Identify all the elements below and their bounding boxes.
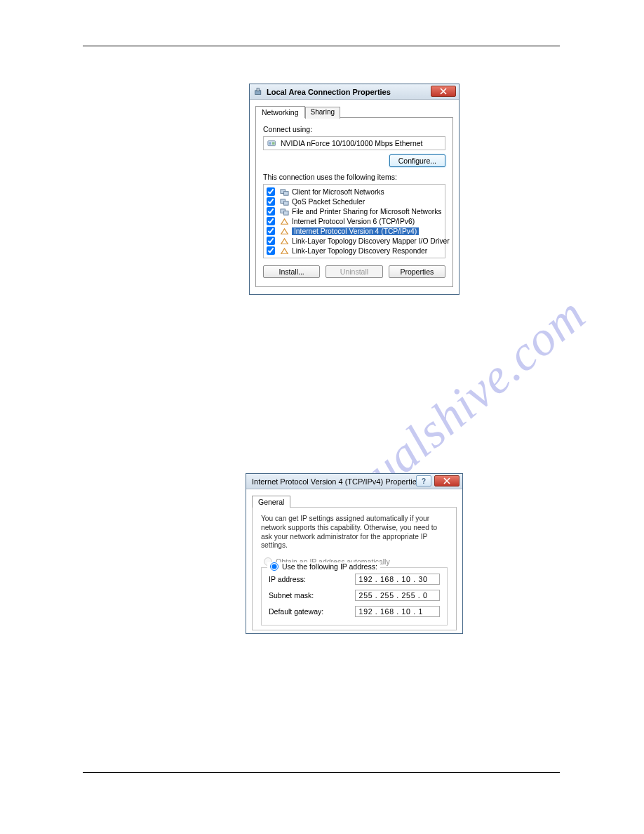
default-gateway-input[interactable]: 192 . 168 . 10 . 1 bbox=[355, 606, 440, 617]
description-text: You can get IP settings assigned automat… bbox=[261, 515, 448, 550]
page-rule-bottom bbox=[83, 772, 560, 773]
svg-rect-6 bbox=[284, 191, 288, 195]
item-label: Internet Protocol Version 4 (TCP/IPv4) bbox=[292, 227, 419, 235]
tab-sharing[interactable]: Sharing bbox=[305, 107, 340, 119]
dialog-body: Networking Sharing Connect using: NVIDIA… bbox=[250, 100, 459, 294]
document-page: manualshive.com Local Area Connection Pr… bbox=[0, 0, 644, 834]
ip-address-input[interactable]: 192 . 168 . 10 . 30 bbox=[355, 574, 440, 585]
adapter-name: NVIDIA nForce 10/100/1000 Mbps Ethernet bbox=[281, 139, 423, 147]
ipv4-properties-dialog: Internet Protocol Version 4 (TCP/IPv4) P… bbox=[246, 473, 463, 634]
svg-rect-4 bbox=[272, 142, 275, 145]
tabs: Networking Sharing bbox=[255, 105, 453, 117]
item-label: Link-Layer Topology Discovery Mapper I/O… bbox=[292, 237, 450, 245]
service-icon bbox=[280, 198, 289, 206]
configure-button[interactable]: Configure... bbox=[389, 154, 445, 167]
close-button[interactable] bbox=[434, 475, 459, 486]
item-label: QoS Packet Scheduler bbox=[292, 198, 365, 206]
tab-panel: You can get IP settings assigned automat… bbox=[252, 507, 457, 630]
subnet-mask-label: Subnet mask: bbox=[269, 591, 355, 600]
items-label: This connection uses the following items… bbox=[263, 173, 445, 181]
list-item[interactable]: Internet Protocol Version 6 (TCP/IPv6) bbox=[264, 216, 445, 226]
dialog-title: Internet Protocol Version 4 (TCP/IPv4) P… bbox=[252, 477, 420, 486]
item-label: Internet Protocol Version 6 (TCP/IPv6) bbox=[292, 218, 415, 225]
protocol-icon bbox=[280, 227, 289, 235]
item-label: File and Printer Sharing for Microsoft N… bbox=[292, 208, 441, 216]
svg-rect-8 bbox=[284, 201, 288, 205]
list-item[interactable]: Link-Layer Topology Discovery Responder bbox=[264, 246, 445, 256]
subnet-mask-input[interactable]: 255 . 255 . 255 . 0 bbox=[355, 590, 440, 601]
help-button[interactable]: ? bbox=[416, 475, 431, 486]
tab-general[interactable]: General bbox=[252, 496, 290, 508]
dialog-titlebar: Local Area Connection Properties bbox=[250, 84, 459, 100]
list-item[interactable]: File and Printer Sharing for Microsoft N… bbox=[264, 206, 445, 216]
dialog-title: Local Area Connection Properties bbox=[267, 88, 391, 96]
manual-ip-fieldset: Use the following IP address: IP address… bbox=[261, 567, 448, 626]
configure-row: Configure... bbox=[263, 154, 445, 167]
svg-rect-3 bbox=[269, 142, 271, 145]
list-item[interactable]: Internet Protocol Version 4 (TCP/IPv4) bbox=[264, 226, 445, 236]
tab-networking[interactable]: Networking bbox=[255, 106, 305, 118]
service-icon bbox=[280, 208, 289, 216]
connect-using-label: Connect using: bbox=[263, 125, 445, 133]
item-checkbox[interactable] bbox=[267, 197, 275, 206]
svg-rect-10 bbox=[284, 211, 288, 215]
subnet-mask-row: Subnet mask: 255 . 255 . 255 . 0 bbox=[269, 590, 440, 601]
network-adapter-icon bbox=[254, 87, 263, 96]
list-item[interactable]: QoS Packet Scheduler bbox=[264, 197, 445, 206]
connection-items-list[interactable]: Client for Microsoft Networks QoS Packet… bbox=[263, 184, 445, 258]
uninstall-button[interactable]: Uninstall bbox=[326, 265, 382, 278]
protocol-icon bbox=[280, 247, 289, 255]
list-item[interactable]: Client for Microsoft Networks bbox=[264, 187, 445, 197]
item-label: Client for Microsoft Networks bbox=[292, 188, 384, 196]
close-button[interactable] bbox=[431, 86, 456, 97]
item-checkbox[interactable] bbox=[267, 187, 275, 196]
item-checkbox[interactable] bbox=[267, 227, 275, 235]
action-buttons-row: Install... Uninstall Properties bbox=[263, 265, 445, 278]
client-icon bbox=[280, 188, 289, 196]
dialog-titlebar: Internet Protocol Version 4 (TCP/IPv4) P… bbox=[246, 474, 462, 489]
connection-properties-dialog: Local Area Connection Properties Network… bbox=[249, 84, 459, 295]
item-checkbox[interactable] bbox=[267, 246, 275, 255]
item-checkbox[interactable] bbox=[267, 217, 275, 225]
list-item[interactable]: Link-Layer Topology Discovery Mapper I/O… bbox=[264, 236, 445, 246]
ip-address-label: IP address: bbox=[269, 575, 355, 583]
item-label: Link-Layer Topology Discovery Responder bbox=[292, 247, 427, 255]
nic-icon bbox=[267, 139, 277, 147]
radio-use-following[interactable] bbox=[270, 562, 279, 571]
tabs: General bbox=[252, 495, 457, 507]
protocol-icon bbox=[280, 218, 289, 225]
dialog-body: General You can get IP settings assigned… bbox=[246, 489, 462, 633]
item-checkbox[interactable] bbox=[267, 237, 275, 245]
radio-manual-row[interactable]: Use the following IP address: bbox=[267, 562, 380, 571]
install-button[interactable]: Install... bbox=[263, 265, 320, 278]
tab-panel: Connect using: NVIDIA nForce 10/100/1000… bbox=[255, 117, 453, 287]
properties-button[interactable]: Properties bbox=[389, 265, 445, 278]
page-rule-top bbox=[83, 46, 560, 46]
default-gateway-label: Default gateway: bbox=[269, 607, 355, 616]
default-gateway-row: Default gateway: 192 . 168 . 10 . 1 bbox=[269, 606, 440, 617]
item-checkbox[interactable] bbox=[267, 207, 275, 216]
ip-address-row: IP address: 192 . 168 . 10 . 30 bbox=[269, 574, 440, 585]
adapter-box[interactable]: NVIDIA nForce 10/100/1000 Mbps Ethernet bbox=[263, 136, 445, 150]
svg-rect-1 bbox=[257, 88, 259, 91]
radio-manual-label: Use the following IP address: bbox=[282, 562, 377, 571]
protocol-icon bbox=[280, 237, 289, 245]
